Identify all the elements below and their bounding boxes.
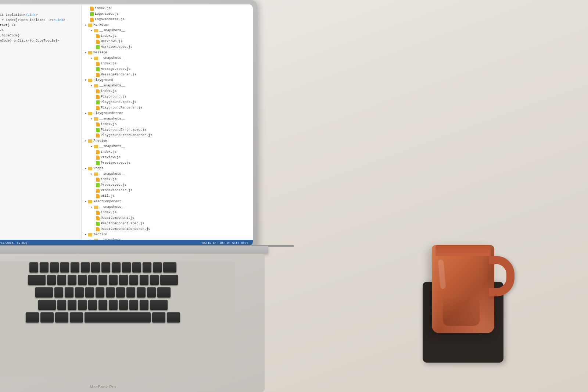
key[interactable] xyxy=(129,300,138,310)
key[interactable] xyxy=(78,300,87,310)
key[interactable] xyxy=(91,262,100,272)
key[interactable] xyxy=(101,262,110,272)
key[interactable] xyxy=(78,275,87,285)
file-tree-item[interactable]: ▶ __snapshots__ xyxy=(82,116,253,122)
file-tree-item[interactable]: ▶ Preview xyxy=(82,138,253,144)
file-tree-item[interactable]: Markdown.spec.js xyxy=(82,44,253,50)
key-space[interactable] xyxy=(85,312,151,322)
key[interactable] xyxy=(71,262,79,272)
file-tree-item[interactable]: Playground.js xyxy=(82,94,253,100)
key[interactable] xyxy=(88,275,97,285)
file-tree-item[interactable]: ▶ Props xyxy=(82,166,253,171)
file-tree-item[interactable]: Playground.spec.js xyxy=(82,100,253,105)
key[interactable] xyxy=(85,287,94,297)
key[interactable] xyxy=(57,300,66,310)
key[interactable] xyxy=(126,287,135,297)
key[interactable] xyxy=(75,287,84,297)
file-tree-item[interactable]: util.js xyxy=(82,193,253,199)
key[interactable] xyxy=(57,275,66,285)
file-tree-item[interactable]: PlaygroundRenderer.js xyxy=(82,105,253,111)
key[interactable] xyxy=(29,262,38,272)
key-cmd-right[interactable] xyxy=(152,312,165,322)
file-tree-item[interactable]: Message.spec.js xyxy=(82,67,253,72)
key-shift-left[interactable] xyxy=(38,300,56,310)
file-tree-item[interactable]: index.js xyxy=(82,33,253,39)
file-tree-item[interactable]: index.js xyxy=(82,6,253,11)
key-fn[interactable] xyxy=(26,312,39,322)
file-tree-item[interactable]: Markdown.js xyxy=(82,39,253,44)
file-tree-item[interactable]: index.js xyxy=(82,122,253,127)
file-tree-item[interactable]: ▶ __snapshots__ xyxy=(82,56,253,61)
key[interactable] xyxy=(60,262,69,272)
file-tree-item[interactable]: index.js xyxy=(82,149,253,155)
file-tree-item[interactable]: ▼ Section xyxy=(82,232,253,238)
key-tab[interactable] xyxy=(28,275,46,285)
key[interactable] xyxy=(88,300,97,310)
key-caps[interactable] xyxy=(35,287,53,297)
key-option-right[interactable] xyxy=(167,312,180,322)
key-cmd-left[interactable] xyxy=(70,312,83,322)
key[interactable] xyxy=(65,287,74,297)
key[interactable] xyxy=(40,262,49,272)
file-tree-item[interactable]: ▶ ReactComponent xyxy=(82,199,253,204)
file-tree-item[interactable]: index.js xyxy=(82,177,253,182)
file-tree-item[interactable]: index.js xyxy=(82,61,253,67)
file-tree-item[interactable]: LogoRenderer.js xyxy=(82,17,253,22)
key[interactable] xyxy=(106,287,115,297)
key-delete[interactable] xyxy=(163,262,176,272)
file-tree-item[interactable]: Logo.spec.js xyxy=(82,11,253,17)
file-tree-item[interactable]: index.js xyxy=(82,210,253,215)
file-tree-item[interactable]: ReactComponentRenderer.js xyxy=(82,227,253,232)
key[interactable] xyxy=(81,262,90,272)
key[interactable] xyxy=(129,275,138,285)
file-tree-item[interactable]: ▶ __snapshots__ xyxy=(82,171,253,177)
file-tree-item[interactable]: Preview.js xyxy=(82,155,253,160)
key[interactable] xyxy=(54,287,63,297)
key[interactable] xyxy=(47,275,56,285)
key[interactable] xyxy=(109,300,118,310)
key[interactable] xyxy=(96,287,104,297)
file-tree-item[interactable]: ▶ __snapshots__ xyxy=(82,83,253,89)
file-tree-item[interactable]: PlaygroundError.spec.js xyxy=(82,127,253,133)
file-tree-item[interactable]: MessageRenderer.js xyxy=(82,72,253,78)
key[interactable] xyxy=(68,275,76,285)
file-tree-item[interactable]: ReactComponent.spec.js xyxy=(82,221,253,227)
key[interactable] xyxy=(140,275,148,285)
file-tree-item[interactable]: ▶ __snapshots__ xyxy=(82,28,253,33)
key[interactable] xyxy=(98,300,107,310)
file-tree-item[interactable]: ▶ Message xyxy=(82,50,253,56)
file-tree-item[interactable]: ReactComponent.js xyxy=(82,215,253,221)
key[interactable] xyxy=(116,287,125,297)
file-tree-item[interactable]: index.js xyxy=(82,89,253,94)
key[interactable] xyxy=(98,275,107,285)
key[interactable] xyxy=(132,262,141,272)
key[interactable] xyxy=(147,287,156,297)
key[interactable] xyxy=(68,300,76,310)
key[interactable] xyxy=(112,262,121,272)
file-tree-item[interactable]: ▶ __snapshots__ xyxy=(82,144,253,149)
key[interactable] xyxy=(109,275,118,285)
key-return[interactable] xyxy=(157,287,171,297)
file-tree-item[interactable]: PlaygroundErrorRenderer.js xyxy=(82,133,253,138)
file-tree-item[interactable]: ▶ Markdown xyxy=(82,22,253,28)
file-tree-item[interactable]: Preview.spec.js xyxy=(82,160,253,166)
key[interactable] xyxy=(140,300,148,310)
file-tree-item[interactable]: ▶ __snapshots__ xyxy=(82,204,253,210)
key-shift-right[interactable] xyxy=(150,300,168,310)
key[interactable] xyxy=(119,300,128,310)
key-option[interactable] xyxy=(55,312,68,322)
key[interactable] xyxy=(122,262,131,272)
key[interactable] xyxy=(137,287,146,297)
key[interactable] xyxy=(143,262,151,272)
file-tree-item[interactable]: ▶ PlaygroundError xyxy=(82,111,253,116)
key[interactable] xyxy=(50,262,59,272)
file-tree-label: index.js xyxy=(101,177,116,182)
key[interactable] xyxy=(119,275,128,285)
file-tree-item[interactable]: ▼ Playground xyxy=(82,78,253,83)
key[interactable] xyxy=(153,262,162,272)
file-tree-item[interactable]: Props.spec.js xyxy=(82,182,253,188)
key[interactable] xyxy=(160,275,178,285)
file-tree-item[interactable]: PropsRenderer.js xyxy=(82,188,253,193)
key-ctrl[interactable] xyxy=(40,312,54,322)
key[interactable] xyxy=(150,275,159,285)
